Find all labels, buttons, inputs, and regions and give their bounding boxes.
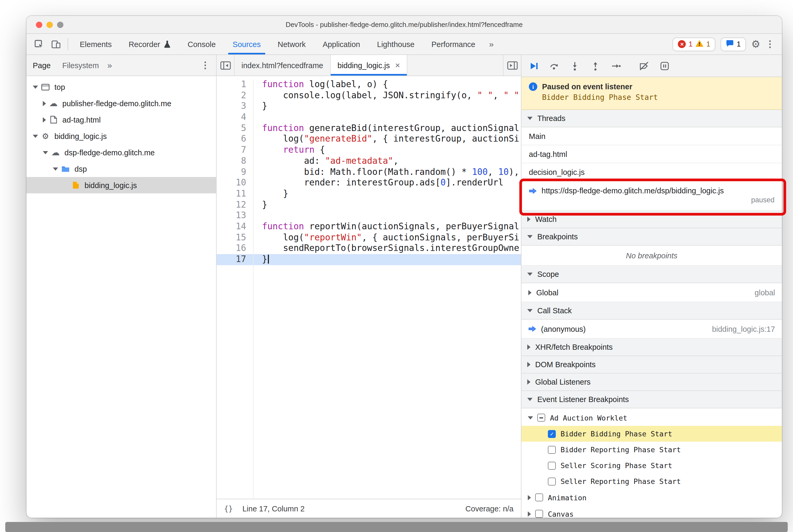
code-line[interactable] [253, 112, 521, 123]
code-line[interactable]: } [253, 200, 521, 210]
event-group-animation[interactable]: Animation [522, 489, 782, 506]
code-line[interactable]: function reportWin(auctionSignals, perBu… [253, 221, 521, 232]
expand-arrow-icon[interactable] [528, 290, 531, 295]
event-breakpoint-bidder-bidding-phase-start[interactable]: ✓Bidder Bidding Phase Start [522, 426, 782, 442]
tree-arrow-icon[interactable] [43, 101, 46, 106]
section-header-event-listener-breakpoints[interactable]: Event Listener Breakpoints [522, 391, 782, 408]
section-header-dom-breakpoints[interactable]: DOM Breakpoints [522, 356, 782, 374]
code-lines[interactable]: function log(label, o) { console.log(lab… [253, 79, 521, 499]
navigator-kebab-icon[interactable]: ⋮ [201, 61, 210, 70]
code-line[interactable]: render: interestGroup.ads[0].renderUrl [253, 177, 521, 188]
editor-overflow-icon[interactable] [503, 55, 521, 76]
section-header-xhr-breakpoints[interactable]: XHR/fetch Breakpoints [522, 339, 782, 356]
line-number[interactable]: 14 [216, 221, 253, 232]
pretty-print-button[interactable]: {} [224, 504, 233, 513]
tree-arrow-icon[interactable] [33, 85, 38, 89]
inspect-element-icon[interactable] [31, 34, 48, 54]
section-header-global-listeners[interactable]: Global Listeners [522, 374, 782, 391]
thread-row[interactable]: decision_logic.js [522, 163, 782, 181]
section-header-watch[interactable]: Watch [522, 211, 782, 228]
close-tab-icon[interactable]: × [395, 60, 400, 70]
tab-network[interactable]: Network [269, 34, 314, 54]
code-line[interactable]: return { [253, 145, 521, 156]
section-header-call-stack[interactable]: Call Stack [522, 302, 782, 320]
line-number[interactable]: 6 [216, 134, 253, 145]
tree-arrow-icon[interactable] [43, 117, 46, 122]
settings-gear-icon[interactable]: ⚙ [751, 39, 760, 49]
scope-global-row[interactable]: Global global [522, 283, 782, 302]
step-into-button[interactable] [569, 60, 581, 72]
call-stack-frame-row[interactable]: (anonymous) bidding_logic.js:17 [522, 320, 782, 339]
tab-lighthouse[interactable]: Lighthouse [369, 34, 423, 54]
line-number[interactable]: 12 [216, 200, 253, 210]
section-header-threads[interactable]: Threads [522, 110, 782, 127]
tree-item-top[interactable]: top [26, 79, 216, 95]
code-line[interactable]: log("generateBid", { interestGroup, auct… [253, 134, 521, 145]
line-number[interactable]: 10 [216, 177, 253, 188]
step-out-button[interactable] [590, 60, 601, 72]
tree-item-bidding-logic-js[interactable]: ⚙bidding_logic.js [26, 128, 216, 144]
event-group-ad-auction-worklet[interactable]: Ad Auction Worklet [522, 410, 782, 426]
checkbox-unchecked-icon[interactable] [548, 445, 556, 454]
line-number[interactable]: 11 [216, 189, 253, 200]
tree-item-dsp[interactable]: dsp [26, 160, 216, 177]
checkbox-indeterminate-icon[interactable] [537, 414, 545, 422]
minimize-window-button[interactable] [46, 21, 53, 28]
thread-row-paused[interactable]: https://dsp-fledge-demo.glitch.me/dsp/bi… [522, 181, 782, 211]
line-number[interactable]: 2 [216, 90, 253, 101]
editor-tab-index-html[interactable]: index.html?fencedframe [234, 55, 331, 76]
errors-warnings-badge[interactable]: ✕ 1 1 [673, 37, 716, 51]
checkbox-checked-icon[interactable]: ✓ [548, 430, 556, 438]
code-editor[interactable]: 1234567891011121314151617 function log(l… [216, 76, 521, 499]
line-number[interactable]: 4 [216, 112, 253, 123]
event-breakpoint-seller-scoring-phase-start[interactable]: Seller Scoring Phase Start [522, 457, 782, 473]
checkbox-unchecked-icon[interactable] [548, 477, 556, 485]
event-breakpoint-bidder-reporting-phase-start[interactable]: Bidder Reporting Phase Start [522, 442, 782, 457]
titlebar[interactable]: DevTools - publisher-fledge-demo.glitch.… [26, 16, 782, 34]
code-line[interactable]: function generateBid(interestGroup, auct… [253, 123, 521, 134]
tab-console[interactable]: Console [179, 34, 224, 54]
code-line[interactable]: log("reportWin", { auctionSignals, perBu… [253, 232, 521, 243]
navigator-more-chevron[interactable]: » [107, 60, 112, 70]
zoom-window-button[interactable] [57, 21, 63, 28]
section-header-breakpoints[interactable]: Breakpoints [522, 228, 782, 246]
line-number[interactable]: 1 [216, 79, 253, 90]
tree-arrow-icon[interactable] [33, 134, 38, 138]
tab-recorder[interactable]: Recorder [120, 34, 179, 54]
tab-sources[interactable]: Sources [224, 34, 269, 54]
device-toolbar-icon[interactable] [48, 34, 64, 54]
kebab-menu-icon[interactable]: ⋮ [766, 40, 775, 49]
tree-arrow-icon[interactable] [528, 511, 531, 516]
line-number[interactable]: 5 [216, 123, 253, 134]
line-number[interactable]: 3 [216, 101, 253, 112]
event-group-canvas[interactable]: Canvas [522, 506, 782, 518]
more-panels-chevron[interactable]: » [484, 34, 499, 54]
line-number[interactable]: 15 [216, 232, 253, 243]
code-line[interactable]: ad: "ad-metadata", [253, 156, 521, 167]
code-line[interactable]: } [253, 254, 521, 265]
tab-performance[interactable]: Performance [423, 34, 484, 54]
deactivate-breakpoints-button[interactable] [638, 60, 650, 72]
thread-row[interactable]: Main [522, 127, 782, 145]
pause-on-exceptions-button[interactable] [659, 60, 671, 72]
close-window-button[interactable] [36, 21, 42, 28]
tree-arrow-icon[interactable] [528, 495, 531, 500]
line-number-gutter[interactable]: 1234567891011121314151617 [216, 79, 253, 499]
checkbox-unchecked-icon[interactable] [535, 510, 543, 518]
code-line[interactable] [253, 211, 521, 221]
hide-navigator-icon[interactable] [216, 55, 234, 76]
code-line[interactable]: } [253, 189, 521, 200]
tab-application[interactable]: Application [314, 34, 369, 54]
tree-item-dsp-fledge-demo-glitch-me[interactable]: ☁dsp-fledge-demo.glitch.me [26, 144, 216, 160]
tab-elements[interactable]: Elements [71, 34, 120, 54]
line-number[interactable]: 8 [216, 156, 253, 167]
line-number[interactable]: 9 [216, 167, 253, 177]
tree-arrow-icon[interactable] [43, 151, 48, 154]
code-line[interactable]: function log(label, o) { [253, 79, 521, 90]
step-over-button[interactable] [548, 60, 560, 72]
tab-filesystem[interactable]: Filesystem [62, 61, 99, 70]
thread-row[interactable]: ad-tag.html [522, 145, 782, 163]
tree-arrow-icon[interactable] [53, 167, 58, 170]
code-line[interactable]: bid: Math.floor(Math.random() * 100, 10)… [253, 167, 521, 177]
line-number[interactable]: 16 [216, 243, 253, 254]
